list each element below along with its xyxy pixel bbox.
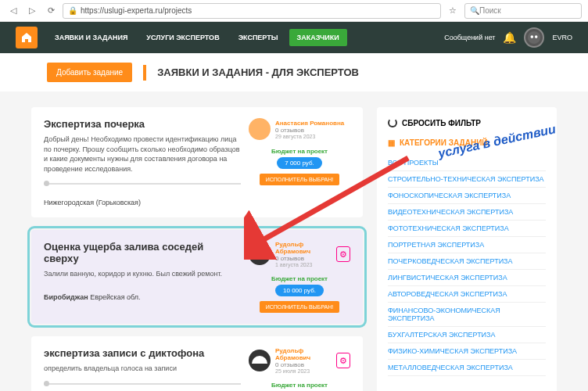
sidebar-item[interactable]: ФОНОСКОПИЧЕСКАЯ ЭКСПЕРТИЗА — [388, 188, 546, 204]
user-name[interactable]: Анастасия Романовна — [275, 120, 344, 127]
nav-requests[interactable]: ЗАЯВКИ И ЗАДАНИЯ — [47, 29, 135, 46]
user-avatar-icon[interactable] — [524, 27, 544, 48]
sidebar: СБРОСИТЬ ФИЛЬТР ▦ КАТЕГОРИИ ЗАДАНИЙ ВСЕ … — [377, 107, 557, 391]
avatar-icon — [249, 350, 271, 371]
status-badge: ИСПОЛНИТЕЛЬ ВЫБРАН! — [260, 174, 340, 185]
star-icon[interactable]: ☆ — [446, 4, 460, 18]
search-icon: 🔍 — [470, 6, 479, 15]
svg-point-2 — [535, 35, 538, 38]
nav-experts[interactable]: ЭКСПЕРТЫ — [231, 29, 286, 46]
browser-bar: ◁ ▷ ⟳ 🔒 https://uslugi-experta.ru/projec… — [0, 0, 588, 22]
budget-label: Бюджет на проект — [271, 275, 328, 282]
sidebar-item[interactable]: ВСЕ ПРОЕКТЫ — [388, 155, 546, 171]
user-name[interactable]: Рудольф Абрамович — [275, 241, 332, 255]
gear-icon[interactable]: ⚙ — [336, 246, 350, 262]
url-text: https://uslugi-experta.ru/projects — [81, 6, 192, 15]
user-reviews: 0 отзывов — [275, 255, 332, 262]
avatar-icon — [249, 243, 271, 265]
browser-search[interactable]: 🔍 Поиск — [464, 3, 582, 19]
sidebar-category-header: ▦ КАТЕГОРИИ ЗАДАНИЙ — [388, 138, 546, 147]
price-badge: 7 000 руб. — [277, 157, 322, 169]
user-reviews: 0 отзывов — [275, 127, 344, 134]
card-location: Нижегородская (Горьковская) — [44, 199, 241, 206]
card-title: Экспертиза почерка — [44, 118, 241, 130]
user-reviews: 0 отзывов — [275, 361, 332, 368]
reset-filter-button[interactable]: СБРОСИТЬ ФИЛЬТР — [388, 118, 546, 127]
card-date: 25 июля 2023 — [275, 368, 332, 374]
svg-point-0 — [528, 31, 540, 44]
username[interactable]: EVRO — [552, 34, 572, 41]
budget-label: Бюджет на проект — [271, 382, 328, 389]
card-desc: определить владельца голоса на записи — [44, 364, 241, 374]
reload-icon[interactable]: ⟳ — [44, 4, 58, 18]
forward-icon[interactable]: ▷ — [25, 4, 39, 18]
sidebar-item[interactable]: БУХГАЛТЕРСКАЯ ЭКСПЕРТИЗА — [388, 327, 546, 343]
bell-icon[interactable]: 🔔 — [503, 31, 516, 44]
budget-label: Бюджет на проект — [271, 148, 328, 155]
nav-services[interactable]: УСЛУГИ ЭКСПЕРТОВ — [138, 29, 227, 46]
sidebar-item[interactable]: ФИНАНСОВО-ЭКОНОМИЧЕСКАЯ ЭКСПЕРТИЗА — [388, 303, 546, 327]
grid-icon: ▦ — [388, 138, 395, 147]
divider — [143, 65, 146, 81]
card-title: Оценка ущерба залива соседей сверху — [44, 241, 241, 264]
sidebar-item[interactable]: ВИДЕОТЕХНИЧЕСКАЯ ЭКСПЕРТИЗА — [388, 204, 546, 221]
reload-icon — [388, 118, 397, 127]
sidebar-item[interactable]: ФИЗИКО-ХИМИЧЕСКАЯ ЭКСПЕРТИЗА — [388, 343, 546, 360]
user-name[interactable]: Рудольф Абрамович — [275, 347, 332, 361]
avatar-icon — [249, 118, 271, 140]
timeline — [44, 383, 241, 385]
card-desc: Добрый день! Необходимо провести идентиф… — [44, 135, 241, 174]
sidebar-item[interactable]: ЛИНГВИСТИЧЕСКАЯ ЭКСПЕРТИЗА — [388, 270, 546, 286]
card-location: Биробиджан Еврейская обл. — [44, 293, 241, 301]
messages-label[interactable]: Сообщений нет — [444, 34, 495, 41]
url-bar[interactable]: 🔒 https://uslugi-experta.ru/projects — [63, 3, 441, 19]
sidebar-item[interactable]: ФОТОТЕХНИЧЕСКАЯ ЭКСПЕРТИЗА — [388, 221, 546, 237]
logo-icon[interactable] — [16, 27, 38, 48]
card-desc: Залили ванную, коридор и кухню. Был свеж… — [44, 269, 241, 279]
back-icon[interactable]: ◁ — [6, 4, 20, 18]
task-card-highlighted[interactable]: Оценка ущерба залива соседей сверху Зали… — [31, 230, 363, 324]
card-date: 1 августа 2023 — [275, 262, 332, 267]
sidebar-item[interactable]: ПОРТРЕТНАЯ ЭКСПЕРТИЗА — [388, 237, 546, 253]
status-badge: ИСПОЛНИТЕЛЬ ВЫБРАН! — [260, 301, 340, 313]
task-card[interactable]: экспертиза записи с диктофона определить… — [31, 336, 363, 391]
add-task-button[interactable]: Добавить задание — [47, 63, 132, 82]
nav-customers[interactable]: ЗАКАЗЧИКИ — [289, 29, 347, 46]
page-title: ЗАЯВКИ И ЗАДАНИЯ - ДЛЯ ЭКСПЕРТОВ — [157, 66, 359, 78]
sidebar-item[interactable]: СТРОИТЕЛЬНО-ТЕХНИЧЕСКАЯ ЭКСПЕРТИЗА — [388, 171, 546, 188]
top-nav: ЗАЯВКИ И ЗАДАНИЯ УСЛУГИ ЭКСПЕРТОВ ЭКСПЕР… — [0, 22, 588, 53]
price-badge: 10 000 руб. — [275, 285, 324, 296]
sidebar-item[interactable]: МЕТАЛЛОВЕДЧЕСКАЯ ЭКСПЕРТИЗА — [388, 360, 546, 376]
card-date: 29 августа 2023 — [275, 134, 344, 139]
sidebar-item[interactable]: АВТОРОВЕДЧЕСКАЯ ЭКСПЕРТИЗА — [388, 286, 546, 303]
card-title: экспертиза записи с диктофона — [44, 347, 241, 359]
subheader: Добавить задание ЗАЯВКИ И ЗАДАНИЯ - ДЛЯ … — [0, 53, 588, 91]
sidebar-item[interactable]: ПОЧЕРКОВЕДЧЕСКАЯ ЭКСПЕРТИЗА — [388, 253, 546, 270]
gear-icon[interactable]: ⚙ — [336, 353, 350, 368]
lock-icon: 🔒 — [68, 6, 77, 15]
svg-point-1 — [531, 35, 534, 38]
timeline — [44, 183, 241, 185]
task-card[interactable]: Экспертиза почерка Добрый день! Необходи… — [31, 107, 363, 217]
